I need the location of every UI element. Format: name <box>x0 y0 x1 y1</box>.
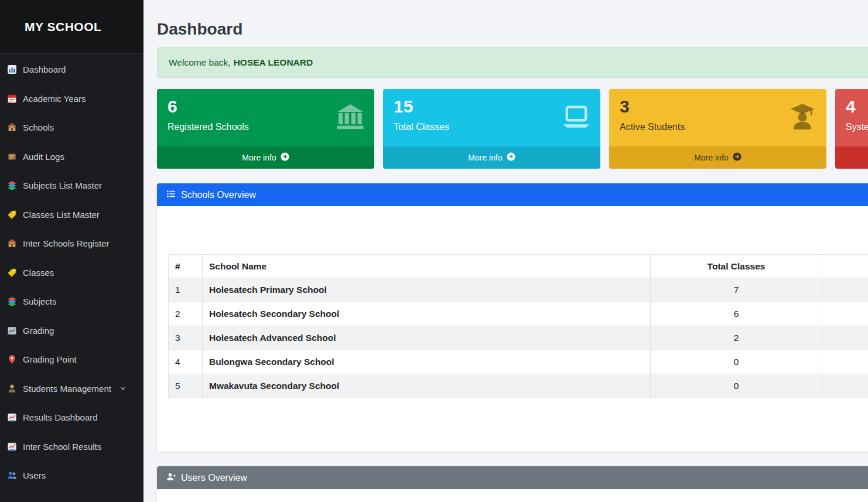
info-box-label: Total Classes <box>394 122 590 132</box>
welcome-user-name: HOSEA LEONARD <box>234 57 313 68</box>
sidebar-item-classes[interactable]: Classes <box>0 258 143 288</box>
info-box-label: Active Students <box>620 122 816 132</box>
sidebar-item-label: Subjects <box>23 296 57 306</box>
logs-icon <box>7 152 17 162</box>
info-box-value: 4 <box>846 97 868 117</box>
sidebar-item-label: Grading <box>23 326 54 336</box>
school-building-icon <box>336 102 365 134</box>
sidebar-item-label: Grading Point <box>23 354 77 364</box>
sidebar-item-subjects-list-master[interactable]: Subjects List Master <box>0 171 143 200</box>
school-name-cell: Holesatech Advanced School <box>203 326 651 350</box>
arrow-circle-right-icon <box>507 152 515 163</box>
graduate-icon <box>788 102 817 134</box>
sidebar-item-audit-logs[interactable]: Audit Logs <box>0 142 143 172</box>
books-icon <box>7 180 17 190</box>
sidebar-item-label: Audit Logs <box>23 152 64 162</box>
info-box-value: 6 <box>168 97 364 117</box>
table-row: 1 Holesatech Primary School 7 <box>169 278 868 302</box>
info-box-system-users: 4 System Users More info <box>835 89 868 169</box>
school-name-cell: Mwakavuta Secondary School <box>203 374 651 398</box>
sidebar-item-label: Classes List Master <box>23 210 100 220</box>
chevron-down-icon <box>119 384 127 392</box>
sidebar-item-classes-list-master[interactable]: Classes List Master <box>0 200 143 230</box>
list-icon <box>166 189 176 201</box>
page-title: Dashboard <box>157 20 868 39</box>
sidebar-item-label: Students Management <box>23 384 111 394</box>
pin-icon <box>7 354 17 364</box>
school-icon <box>7 238 17 248</box>
info-box-value: 3 <box>620 97 816 117</box>
sidebar-item-label: Users <box>23 470 46 480</box>
sidebar-item-students-management[interactable]: Students Management <box>0 374 143 404</box>
schools-overview-card: Schools Overview # School Name Total Cla… <box>157 183 868 452</box>
col-header-school-name: School Name <box>203 255 651 278</box>
schools-overview-header: Schools Overview <box>157 183 868 206</box>
info-box-total-classes: 15 Total Classes More info <box>383 89 600 169</box>
school-name-cell: Holesatech Secondary School <box>203 302 651 326</box>
users-overview-header: Users Overview <box>157 466 868 489</box>
sidebar-item-label: Results Dashboard <box>23 412 98 422</box>
table-header-row: # School Name Total Classes <box>169 255 868 278</box>
info-box-label: System Users <box>846 122 868 132</box>
grading-icon <box>7 326 17 336</box>
col-header-total-classes: Total Classes <box>651 255 822 278</box>
total-classes-cell: 2 <box>651 326 822 350</box>
users-icon <box>7 470 17 480</box>
results-icon <box>7 412 17 422</box>
sidebar-nav: Dashboard Academic Years Schools Audit L… <box>0 54 143 490</box>
total-classes-cell: 0 <box>651 374 822 398</box>
sidebar-item-subjects[interactable]: Subjects <box>0 287 143 316</box>
card-title: Schools Overview <box>181 190 256 200</box>
sidebar-item-label: Schools <box>23 122 54 132</box>
table-row: 5 Mwakavuta Secondary School 0 <box>169 374 868 398</box>
welcome-banner: Welcome back, HOSEA LEONARD <box>157 47 868 78</box>
card-title: Users Overview <box>181 473 247 483</box>
table-row: 2 Holesatech Secondary School 6 <box>169 302 868 326</box>
main-content: Dashboard Welcome back, HOSEA LEONARD 6 … <box>143 0 868 502</box>
user-plus-icon <box>166 472 176 484</box>
sidebar-item-dashboard[interactable]: Dashboard <box>0 55 143 84</box>
sidebar-item-label: Academic Years <box>23 94 86 104</box>
sidebar-item-academic-years[interactable]: Academic Years <box>0 84 143 114</box>
table-row: 4 Bulongwa Secondary School 0 <box>169 350 868 374</box>
info-box-registered-schools: 6 Registered Schools More info <box>157 89 374 169</box>
welcome-text: Welcome back, <box>169 57 231 68</box>
sidebar-item-schools[interactable]: Schools <box>0 113 143 142</box>
sidebar-item-grading-point[interactable]: Grading Point <box>0 345 143 374</box>
tag-icon <box>7 268 17 278</box>
info-boxes-row: 6 Registered Schools More info 15 Total … <box>157 89 868 169</box>
sidebar-item-inter-school-results[interactable]: Inter School Results <box>0 432 143 462</box>
sidebar-item-results-dashboard[interactable]: Results Dashboard <box>0 403 143 432</box>
more-info-link[interactable]: More info <box>383 146 600 169</box>
sidebar-item-inter-schools-register[interactable]: Inter Schools Register <box>0 229 143 258</box>
info-box-label: Registered Schools <box>168 122 364 132</box>
school-name-cell: Bulongwa Secondary School <box>203 350 651 374</box>
col-header-index: # <box>169 255 203 278</box>
tag-icon <box>7 210 17 220</box>
brand: MY SCHOOL <box>0 0 143 54</box>
sidebar-item-grading[interactable]: Grading <box>0 316 143 346</box>
laptop-icon <box>562 102 591 134</box>
sidebar-item-label: Subjects List Master <box>23 180 102 190</box>
books-icon <box>7 296 17 306</box>
schools-table: # School Name Total Classes 1 Holesatech… <box>168 254 868 398</box>
sidebar-item-label: Dashboard <box>23 64 66 74</box>
school-name-cell: Holesatech Primary School <box>203 278 651 302</box>
chart-icon <box>7 64 17 74</box>
total-classes-cell: 6 <box>651 302 822 326</box>
total-classes-cell: 7 <box>651 278 822 302</box>
info-box-value: 15 <box>394 97 590 117</box>
student-icon <box>7 384 17 394</box>
table-row: 3 Holesatech Advanced School 2 <box>169 326 868 350</box>
more-info-link[interactable]: More info <box>157 146 374 169</box>
sidebar-item-users[interactable]: Users <box>0 461 143 490</box>
school-icon <box>7 122 17 132</box>
results-icon <box>7 442 17 452</box>
sidebar: MY SCHOOL Dashboard Academic Years Schoo… <box>0 0 143 502</box>
arrow-circle-right-icon <box>733 152 741 163</box>
more-info-link[interactable]: More info <box>609 146 826 169</box>
users-overview-card: Users Overview <box>157 466 868 502</box>
more-info-link[interactable]: More info <box>835 146 868 169</box>
brand-title: MY SCHOOL <box>25 20 101 34</box>
col-header-extra <box>822 255 868 278</box>
